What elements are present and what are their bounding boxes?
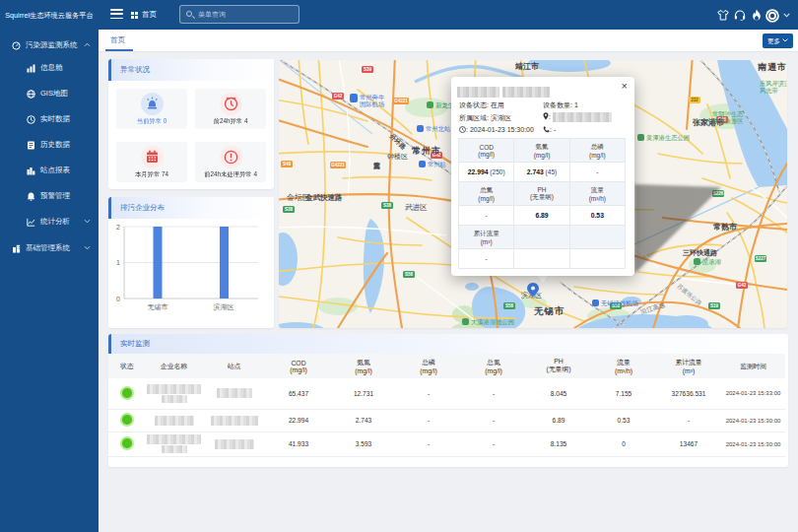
svg-text:2: 2 — [116, 224, 120, 231]
svg-text:1: 1 — [116, 259, 120, 266]
svg-text:滨湖区: 滨湖区 — [214, 302, 234, 311]
svg-text:0: 0 — [116, 296, 120, 302]
svg-text:无锡市: 无锡市 — [148, 302, 168, 311]
